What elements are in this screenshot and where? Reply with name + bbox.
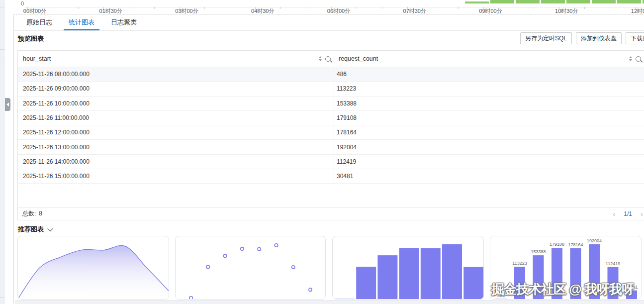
horizontal-scrollbar[interactable]	[15, 300, 644, 304]
time-axis-label: 03时00分	[175, 7, 198, 15]
cell-request-count: 179108	[334, 114, 644, 121]
tab-statistics-charts[interactable]: 统计图表	[64, 15, 99, 30]
triangle-left-icon	[6, 102, 9, 106]
time-histogram[interactable]: 0 00时00分01时30分03时00分04时30分06时00分07时30分09…	[13, 0, 644, 15]
time-axis-label: 04时30分	[251, 7, 274, 15]
search-icon[interactable]	[325, 56, 331, 62]
download-logs-button[interactable]: 下载日志	[626, 32, 644, 44]
panel-divider	[0, 63, 5, 63]
axis-tick	[357, 7, 357, 9]
histogram-bar	[566, 0, 590, 3]
sort-up-arrow-icon	[319, 56, 322, 58]
time-axis-label: 00时00分	[23, 7, 46, 15]
pagination-prev-button[interactable]: ‹	[613, 210, 615, 217]
histogram-bar	[592, 0, 616, 3]
cell-request-count: 486	[334, 71, 644, 78]
cell-request-count: 113223	[334, 85, 644, 92]
log-analytics-page: 0 00时00分01时30分03时00分04时30分06时00分07时30分09…	[0, 0, 644, 304]
cell-hour-start: 2025-11-26 14:00:00.000	[18, 158, 334, 165]
watermark: 掘金技术社区 @ 我呀我呀	[491, 281, 634, 298]
column-label: hour_start	[23, 55, 51, 62]
search-icon[interactable]	[636, 56, 641, 62]
sort-icon[interactable]	[319, 56, 322, 61]
table-row: 2025-11-26 12:00:00.000178164	[18, 125, 644, 140]
header-icons	[629, 56, 641, 62]
toolbar: 预览图表 另存为定时SQL添加到仪表盘下载日志收起配置	[13, 31, 644, 47]
axis-tick	[534, 7, 534, 9]
table-row: 2025-11-26 13:00:00.000192004	[18, 140, 644, 154]
column-separator	[334, 51, 334, 184]
histogram-bar	[516, 0, 540, 3]
recommended-chart-card-bar[interactable]	[332, 236, 484, 300]
axis-tick	[230, 7, 230, 9]
cell-hour-start: 2025-11-26 12:00:00.000	[18, 129, 334, 136]
sort-icon[interactable]	[629, 56, 632, 61]
table-row: 2025-11-26 09:00:00.000113223	[18, 82, 644, 96]
preview-chart-title: 预览图表	[18, 34, 44, 43]
pagination-indicator: 1/1	[624, 210, 632, 217]
recommended-chart-card-area[interactable]	[17, 236, 169, 300]
recommended-chart-card-scatter[interactable]	[175, 236, 326, 300]
table-footer: 总数:8 ‹ 1/1 ›	[18, 207, 644, 220]
panel-divider	[0, 297, 5, 298]
time-axis-label: 10时30分	[555, 7, 578, 15]
svg-text:179108: 179108	[550, 242, 564, 247]
panel-divider	[0, 49, 5, 50]
recommended-charts-title: 推荐图表	[18, 225, 44, 234]
scatter-chart-svg	[176, 236, 326, 299]
table-row: 2025-11-26 15:00:00.00030481	[18, 169, 644, 184]
result-table: hour_startrequest_count 2025-11-26 08:00…	[17, 50, 644, 220]
cell-request-count: 153388	[334, 100, 644, 107]
svg-text:178164: 178164	[568, 242, 583, 247]
cell-hour-start: 2025-11-26 09:00:00.000	[18, 85, 334, 92]
column-header-request_count[interactable]: request_count	[334, 51, 644, 67]
cell-request-count: 112419	[334, 158, 644, 165]
axis-tick	[280, 7, 281, 9]
tab-raw-logs[interactable]: 原始日志	[21, 15, 57, 30]
axis-tick	[584, 7, 585, 9]
save-as-scheduled-sql-button[interactable]: 另存为定时SQL	[520, 32, 572, 44]
axis-tick	[204, 7, 205, 9]
pagination-next-button[interactable]: ›	[641, 210, 643, 217]
table-row: 2025-11-26 14:00:00.000112419	[18, 155, 644, 169]
histogram-bar	[541, 0, 565, 3]
panel-collapse-handle[interactable]	[5, 98, 10, 111]
area-chart-svg	[18, 236, 169, 299]
cell-hour-start: 2025-11-26 15:00:00.000	[18, 173, 334, 180]
time-axis-label: 09时00分	[479, 7, 502, 15]
add-to-dashboard-button[interactable]: 添加到仪表盘	[576, 32, 622, 44]
cell-request-count: 30481	[334, 173, 644, 180]
pagination: ‹ 1/1 ›	[613, 207, 644, 220]
time-axis-label: 01时30分	[99, 7, 122, 15]
svg-text:153388: 153388	[531, 249, 546, 254]
histogram-bar	[465, 1, 489, 4]
axis-tick	[154, 7, 155, 9]
axis-tick	[509, 7, 509, 9]
sort-down-arrow-icon	[629, 59, 632, 61]
axis-tick	[306, 7, 306, 9]
table-header-row: hour_startrequest_count	[18, 51, 644, 67]
tab-log-clustering[interactable]: 日志聚类	[106, 15, 142, 30]
column-label: request_count	[339, 55, 378, 62]
header-icons	[319, 56, 331, 62]
svg-text:113223: 113223	[512, 261, 527, 266]
histogram-bar	[617, 0, 641, 3]
table-row: 2025-11-26 11:00:00.000179108	[18, 111, 644, 125]
panel-divider	[0, 7, 5, 7]
time-axis-label: 07时30分	[403, 7, 426, 15]
axis-tick	[610, 7, 610, 9]
recommended-charts-header[interactable]: 推荐图表	[18, 224, 52, 235]
time-axis-label: 06时00分	[327, 7, 350, 15]
axis-tick	[78, 7, 79, 9]
axis-tick	[382, 7, 382, 9]
tab-bar: 原始日志统计图表日志聚类	[13, 15, 644, 31]
y-axis-zero-label: 0	[21, 0, 24, 6]
axis-tick	[433, 7, 433, 9]
cell-hour-start: 2025-11-26 11:00:00.000	[18, 114, 334, 121]
bar-chart-svg	[333, 236, 484, 299]
histogram-bar	[490, 0, 514, 3]
cell-request-count: 192004	[334, 144, 644, 151]
column-header-hour_start[interactable]: hour_start	[18, 51, 334, 67]
cell-hour-start: 2025-11-26 08:00:00.000	[18, 71, 334, 78]
svg-text:192004: 192004	[587, 238, 602, 243]
